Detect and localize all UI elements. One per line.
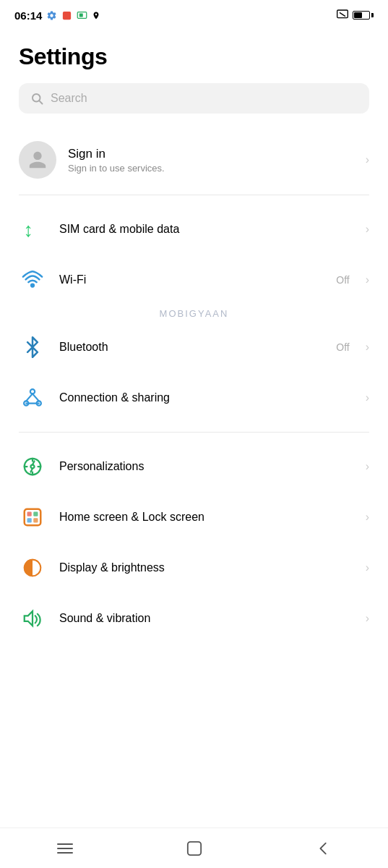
bluetooth-item[interactable]: Bluetooth Off › xyxy=(19,322,369,373)
battery-icon xyxy=(353,11,374,20)
homescreen-icon xyxy=(19,503,46,531)
svg-rect-20 xyxy=(27,512,32,516)
sign-in-text: Sign in Sign in to use services. xyxy=(68,147,354,174)
svg-text:↕: ↕ xyxy=(24,218,34,240)
personalizations-chevron: › xyxy=(366,460,369,473)
sim-label: SIM card & mobile data xyxy=(59,223,353,236)
status-time: 06:14 xyxy=(14,9,42,22)
menu-icon xyxy=(56,842,74,855)
bluetooth-label: Bluetooth xyxy=(59,341,323,354)
wifi-chevron: › xyxy=(366,273,369,286)
connection-chevron: › xyxy=(366,391,369,404)
back-icon xyxy=(316,841,331,856)
display-chevron: › xyxy=(366,561,369,574)
wifi-icon xyxy=(19,266,46,294)
svg-rect-22 xyxy=(27,518,32,522)
nav-menu-button[interactable] xyxy=(43,834,87,863)
location-icon xyxy=(92,10,100,21)
nav-back-button[interactable] xyxy=(302,834,345,863)
display-group: Personalizations › Home screen & Lock sc… xyxy=(19,438,369,647)
status-bar: 06:14 xyxy=(0,0,388,29)
personalizations-icon xyxy=(19,453,46,480)
sign-in-title: Sign in xyxy=(68,147,354,161)
search-bar[interactable]: Search xyxy=(19,83,369,114)
homescreen-item[interactable]: Home screen & Lock screen › xyxy=(19,492,369,542)
sim-card-item[interactable]: ↕ SIM card & mobile data › xyxy=(19,204,369,255)
sound-item[interactable]: Sound & vibration › xyxy=(19,593,369,644)
personalizations-label: Personalizations xyxy=(59,460,353,473)
svg-line-12 xyxy=(26,393,33,401)
display-label: Display & brightness xyxy=(59,561,353,574)
connection-item[interactable]: Connection & sharing › xyxy=(19,373,369,423)
divider-1 xyxy=(19,195,369,195)
wifi-value: Off xyxy=(336,274,349,286)
connectivity-group: ↕ SIM card & mobile data › Wi-Fi Off › M… xyxy=(19,201,369,426)
home-icon xyxy=(186,841,202,856)
sim-chevron: › xyxy=(366,223,369,236)
svg-rect-19 xyxy=(25,509,41,526)
svg-marker-26 xyxy=(25,611,33,626)
svg-rect-0 xyxy=(63,11,71,19)
notification-icon xyxy=(61,10,72,21)
sign-in-subtitle: Sign in to use services. xyxy=(68,163,354,174)
user-icon xyxy=(27,150,48,170)
wifi-label: Wi-Fi xyxy=(59,273,323,286)
bluetooth-chevron: › xyxy=(366,341,369,354)
watermark: MOBIGYAAN xyxy=(19,305,369,322)
sound-label: Sound & vibration xyxy=(59,612,353,625)
svg-point-8 xyxy=(31,284,34,287)
svg-rect-23 xyxy=(33,518,38,522)
personalizations-item[interactable]: Personalizations › xyxy=(19,441,369,492)
display-brightness-icon xyxy=(19,554,46,582)
divider-2 xyxy=(19,432,369,433)
status-left: 06:14 xyxy=(14,9,100,22)
sim-icon: ↕ xyxy=(19,216,46,243)
sound-icon xyxy=(19,605,46,632)
homescreen-chevron: › xyxy=(366,511,369,524)
connection-label: Connection & sharing xyxy=(59,391,353,404)
page-title: Settings xyxy=(19,43,369,70)
main-content: Settings Search Sign in Sign in to use s… xyxy=(0,29,388,647)
homescreen-label: Home screen & Lock screen xyxy=(59,511,353,524)
avatar xyxy=(19,141,56,179)
display-item[interactable]: Display & brightness › xyxy=(19,542,369,593)
svg-rect-2 xyxy=(79,13,83,17)
search-icon xyxy=(30,92,43,105)
svg-line-13 xyxy=(33,393,39,401)
sign-in-chevron: › xyxy=(366,153,369,166)
bluetooth-value: Off xyxy=(336,341,349,353)
connection-icon xyxy=(19,384,46,412)
svg-line-6 xyxy=(39,101,42,103)
status-right xyxy=(337,9,374,22)
search-placeholder: Search xyxy=(51,92,87,105)
svg-rect-30 xyxy=(187,841,200,854)
nav-home-button[interactable] xyxy=(173,834,216,863)
bluetooth-icon xyxy=(19,333,46,361)
bottom-nav xyxy=(0,827,388,868)
svg-line-4 xyxy=(340,12,345,16)
gear-icon xyxy=(46,10,57,21)
sound-chevron: › xyxy=(366,612,369,625)
screen-icon xyxy=(77,10,87,21)
sign-in-section[interactable]: Sign in Sign in to use services. › xyxy=(19,131,369,189)
signal-blocked-icon xyxy=(337,9,348,22)
svg-rect-21 xyxy=(33,512,38,516)
wifi-item[interactable]: Wi-Fi Off › xyxy=(19,255,369,305)
